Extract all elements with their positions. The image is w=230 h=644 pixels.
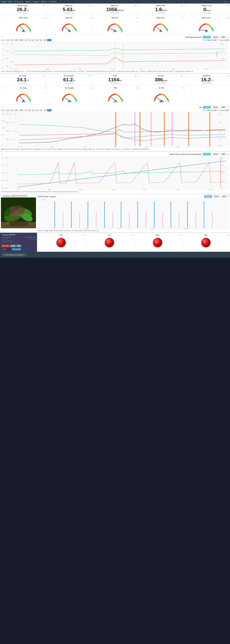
zoom-1mo[interactable]: 1m <box>39 39 43 41</box>
svg-text:16:00: 16:00 <box>151 228 154 229</box>
air-temp-gear[interactable]: ⚙ <box>43 75 44 77</box>
gauge-temp-gear[interactable]: ⚙ <box>44 17 46 19</box>
lr-ball <box>105 238 114 247</box>
set-setpoint-btn[interactable]: Set Setpoint <box>12 248 21 250</box>
svg-rect-110 <box>172 112 173 146</box>
dslr-chart-gear[interactable]: ⚙ <box>227 195 229 198</box>
fluid-hide-btn[interactable]: Hide <box>220 36 226 38</box>
gauge-temp-container: 26.2 0 50 <box>15 20 32 32</box>
gauge-ph-gear[interactable]: ⚙ <box>90 17 91 19</box>
svg-text:25.6: 25.6 <box>221 58 223 59</box>
air-co2-gear[interactable]: ⚙ <box>181 75 182 77</box>
nav-help[interactable]: ? ▾ <box>224 1 226 3</box>
svg-text:23.5: 23.5 <box>14 130 16 132</box>
air-co2-card: ⠿ Air CO2 ⚙ 386ppm 6/2 22:06:33 <box>138 74 184 85</box>
add-widget-btn[interactable]: + Add Dashboard Widget ▾ <box>2 253 26 256</box>
hum-gear[interactable]: ⚙ <box>227 234 229 236</box>
svg-text:2020:00: 2020:00 <box>184 228 188 229</box>
svg-text:24: 24 <box>221 66 222 67</box>
air-temp-title: Air Temp <box>3 75 43 77</box>
fluid-update-btn[interactable]: Update <box>203 36 211 38</box>
wf-reset-btn[interactable]: Reset <box>212 153 219 156</box>
zoom-15m[interactable]: 15m <box>14 39 19 41</box>
svg-text:8: 8 <box>39 200 39 201</box>
hold-btn[interactable]: Hold <box>16 245 21 247</box>
zoom-3m[interactable]: 3m <box>43 39 47 41</box>
water-ph-gear[interactable]: ⚙ <box>89 4 90 7</box>
zoom-1d[interactable]: 1d <box>32 39 35 41</box>
dslr-update-btn[interactable]: Update <box>204 195 212 198</box>
nav-setup[interactable]: Setup ▾ <box>33 1 39 3</box>
vpd-gear[interactable]: ⚙ <box>135 75 136 77</box>
air-zoom-1w[interactable]: 1w <box>35 109 39 111</box>
air-zoom-full[interactable]: Full <box>47 109 51 111</box>
air-zoom-3m[interactable]: 3m <box>43 109 47 111</box>
air-zoom-15m[interactable]: 15m <box>14 109 19 111</box>
extst-ball <box>153 238 162 247</box>
water-temp-gear[interactable]: ⚙ <box>43 4 44 7</box>
dslr-reset-btn[interactable]: Reset <box>213 195 220 198</box>
air-zoom-1h[interactable]: 1h <box>24 109 28 111</box>
zoom-1h[interactable]: 1h <box>24 39 28 41</box>
air-zoom-30m[interactable]: 30m <box>19 109 24 111</box>
air-zoom-5m[interactable]: 5m <box>10 109 14 111</box>
svg-text:16:00: 16:00 <box>113 146 117 148</box>
dslr-hide-btn[interactable]: Hide <box>221 195 227 198</box>
svg-text:60: 60 <box>10 122 12 123</box>
zoom-6h[interactable]: 6h <box>28 39 31 41</box>
water-ec-gauge: ⠿ Water EC ⚙ 1,056.0 0 2000 <box>92 16 138 33</box>
wf-hide-btn[interactable]: Hide <box>220 153 226 156</box>
gauge-ph-svg: 5.6 0 14 <box>61 20 78 32</box>
air-chart-gear[interactable]: ⚙ <box>227 106 229 108</box>
gauge-ec-gear[interactable]: ⚙ <box>136 17 137 19</box>
air-humidity-gear[interactable]: ⚙ <box>89 75 90 77</box>
dewpoint-gear[interactable]: ⚙ <box>227 75 228 77</box>
pid-set-label: Set: 1000.0 Pa <box>1 236 11 238</box>
zoom-1w[interactable]: 1w <box>35 39 39 41</box>
nav-default[interactable]: ⚙ Default <box>49 1 56 3</box>
svg-text:0.0: 0.0 <box>205 30 208 32</box>
svg-text:26.2: 26.2 <box>22 30 26 32</box>
air-zoom-6h[interactable]: 6h <box>28 109 31 111</box>
water-ph-time: 6/2 22:06:42 <box>48 12 90 14</box>
deactivate-btn[interactable]: Deactivate <box>1 245 10 247</box>
water-level-value: 0bool <box>186 7 228 12</box>
air-zoom-1m[interactable]: 1m <box>6 109 10 111</box>
wf-chart-gear[interactable]: ⚙ <box>227 153 229 155</box>
wf-chart-area: 2 1.6 1.2 0.8 0.4 1.608 1.604 1.600 1.59… <box>1 156 229 190</box>
gauge-flow-gear[interactable]: ⚙ <box>181 17 183 19</box>
water-level-card: ⠿ Water Level ⚙ 0bool 6/2 22:06:34 <box>184 4 230 15</box>
nav-data[interactable]: Data ▾ <box>26 1 31 3</box>
lw-gear[interactable]: ⚙ <box>82 234 84 236</box>
pid-widget: ⠿ (Active) VPD PID Set: 1000.0 Pa Now: 1… <box>0 233 37 252</box>
fluid-reset-btn[interactable]: Reset <box>212 36 219 38</box>
water-flow-gear[interactable]: ⚙ <box>181 4 182 7</box>
zoom-1m[interactable]: 1m <box>6 39 10 41</box>
water-level-gear[interactable]: ⚙ <box>227 4 228 7</box>
chevron-down-icon: ▾ <box>23 254 24 256</box>
water-ec-gear[interactable]: ⚙ <box>135 4 136 7</box>
fluid-chart-gear[interactable]: ⚙ <box>227 36 229 38</box>
setpoint-input[interactable] <box>1 248 11 250</box>
nav-more[interactable]: More ▾ <box>41 1 47 3</box>
air-zoom-1mo[interactable]: 1m <box>39 109 43 111</box>
gauge-flow-container: 1.6 0 5 <box>152 20 169 32</box>
gauge-level-gear[interactable]: ⚙ <box>227 17 228 19</box>
lr-gear[interactable]: ⚙ <box>131 234 132 236</box>
zoom-5m[interactable]: 5m <box>10 39 14 41</box>
extst-gear[interactable]: ⚙ <box>179 234 180 236</box>
air-hide-btn[interactable]: Hide <box>220 106 226 108</box>
svg-text:3000: 3000 <box>220 180 223 181</box>
air-reset-btn[interactable]: Reset <box>212 106 219 108</box>
zoom-30m[interactable]: 30m <box>19 39 24 41</box>
dslr-chart-area: 8 6 4 2 0 Second (s) <box>38 198 229 229</box>
svg-text:1.596: 1.596 <box>5 180 8 181</box>
pause-btn[interactable]: Pause <box>10 245 16 247</box>
air-update-btn[interactable]: Update <box>203 106 211 108</box>
wf-update-btn[interactable]: Update <box>203 153 211 156</box>
air-zoom-1d[interactable]: 1d <box>32 109 35 111</box>
svg-rect-105 <box>164 112 165 146</box>
gauge-temp-svg: 26.2 0 50 <box>15 20 32 32</box>
zoom-full[interactable]: Full <box>47 39 51 41</box>
fluid-chart-svg: 3.2 2.4 1.6 0.8 0 5.76 5.68 5.60 5.52 11… <box>2 42 228 70</box>
